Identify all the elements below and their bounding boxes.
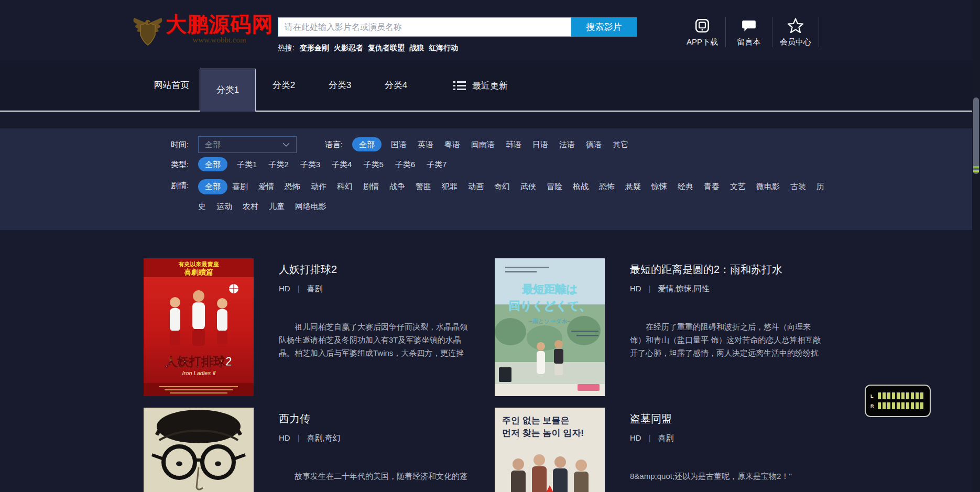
genre-option[interactable]: 网络电影 [295,202,326,211]
eagle-logo-icon [131,15,165,47]
nav-tab[interactable]: 分类2 [256,60,312,111]
left-channel-label: L [870,393,875,399]
movie-genres: 喜剧 [658,433,674,442]
genre-option[interactable]: 喜剧 [232,182,248,191]
movie-meta: HD|喜剧 [279,284,472,294]
hot-keyword-link[interactable]: 红海行动 [429,43,458,52]
genre-option[interactable]: 枪战 [573,182,589,191]
movie-genres: 喜剧 [307,284,323,293]
svg-text:最短距離は: 最短距離は [522,283,578,295]
movie-poster[interactable] [144,408,254,492]
genre-option[interactable]: 悬疑 [625,182,641,191]
genre-option[interactable]: 科幻 [337,182,353,191]
genre-option[interactable]: 青春 [704,182,720,191]
genre-option[interactable]: 儿童 [269,202,285,211]
type-option[interactable]: 子类1 [237,160,257,169]
movie-poster[interactable]: 有史以來最賣座 喜劇續篇 人妖打排球2 Iron Ladies Ⅱ [144,258,254,396]
hot-keyword-link[interactable]: 火影忍者 [334,43,363,52]
genre-option[interactable]: 经典 [678,182,693,191]
movie-title[interactable]: 人妖打排球2 [279,263,472,277]
hot-keyword-link[interactable]: 变形金刚 [300,43,329,52]
genre-option[interactable]: 战争 [389,182,405,191]
type-filter-label: 类型: [171,160,194,170]
scrollbar-thumb[interactable] [973,97,979,174]
quick-links: APP下载 留言本 会员中心 [679,17,819,47]
genre-option[interactable]: 警匪 [416,182,431,191]
search-input[interactable] [278,17,571,37]
movie-genres: 爱情,惊悚,同性 [658,284,710,293]
genre-option[interactable]: 冒险 [547,182,562,191]
svg-text:回りくどくて、: 回りくどくて、 [509,299,591,312]
site-logo[interactable]: 大鹏源码网 www.wobbt.com [131,13,273,47]
language-option[interactable]: 粤语 [444,140,460,149]
movie-quality: HD [630,284,641,293]
type-options: 全部子类1子类2子类3子类4子类5子类6子类7 [198,160,458,170]
language-option[interactable]: 德语 [586,140,602,149]
genre-option[interactable]: 文艺 [730,182,746,191]
language-option[interactable]: 其它 [613,140,628,149]
language-option[interactable]: 英语 [418,140,433,149]
movie-title[interactable]: 西力传 [279,412,472,426]
genre-option[interactable]: 恐怖 [285,182,300,191]
type-option[interactable]: 子类2 [268,160,288,169]
filter-row-time-language: 时间: 全部 语言: 全部国语英语粤语闽南语韩语日语法语德语其它 [171,136,980,153]
movie-meta: HD|喜剧 [630,433,823,443]
genre-option[interactable]: 犯罪 [442,182,458,191]
genre-option[interactable]: 动作 [311,182,326,191]
filter-panel: 时间: 全部 语言: 全部国语英语粤语闽南语韩语日语法语德语其它 类型: 全部子… [0,128,980,230]
movie-poster[interactable]: 주인 없는 보물은 먼저 찾는 놈이 임자! [495,408,605,492]
language-option[interactable]: 闽南语 [471,140,495,149]
scrollbar[interactable] [972,0,980,492]
message-board-link[interactable]: 留言本 [725,17,772,47]
nav-recent-updates[interactable]: 最近更新 [453,60,508,111]
genre-option[interactable]: 剧情 [363,182,379,191]
language-option[interactable]: 国语 [391,140,407,149]
movie-description: 8&amp;quot;还以为是古董呢，原来是宝物2！" [630,469,823,483]
movie-title[interactable]: 最短的距离是圆的2：雨和苏打水 [630,263,823,277]
nav-tab[interactable]: 分类3 [312,60,368,111]
movie-title[interactable]: 盗墓同盟 [630,412,823,426]
app-download-link[interactable]: APP下载 [679,17,725,47]
type-option[interactable]: 子类3 [300,160,320,169]
movie-meta: HD|爱情,惊悚,同性 [630,284,823,294]
hot-keyword-link[interactable]: 战狼 [409,43,424,52]
search-button[interactable]: 搜索影片 [571,17,637,37]
language-option[interactable]: 韩语 [506,140,521,149]
time-dropdown[interactable]: 全部 [198,136,297,153]
genre-option[interactable]: 运动 [216,202,232,211]
genre-option[interactable]: 农村 [243,202,258,211]
poster-art-zelig [144,408,254,492]
genre-option[interactable]: 恐怖 [599,182,615,191]
type-option[interactable]: 全部 [198,157,227,171]
movie-poster[interactable]: 最短距離は 回りくどくて、 −雨とソーダ水− [495,258,605,396]
genre-option[interactable]: 微电影 [756,182,780,191]
language-option[interactable]: 日语 [532,140,548,149]
genre-option[interactable]: 全部 [198,179,227,194]
svg-text:Iron Ladies Ⅱ: Iron Ladies Ⅱ [182,370,216,376]
movie-list: 有史以來最賣座 喜劇續篇 人妖打排球2 Iron Ladies Ⅱ 人妖打排球2 [144,258,823,492]
meta-divider: | [298,284,300,293]
genre-option[interactable]: 爱情 [258,182,274,191]
movie-quality: HD [630,433,641,442]
nav-tab[interactable]: 分类4 [368,60,424,111]
scrollbar-marker [973,166,979,168]
language-option[interactable]: 法语 [559,140,575,149]
genre-option[interactable]: 武侠 [520,182,536,191]
movie-card: 주인 없는 보물은 먼저 찾는 놈이 임자! 盗墓同盟 HD|喜剧 8&amp;… [495,408,823,492]
main-nav: 网站首页分类1分类2分类3分类4最近更新 [0,60,980,112]
type-option[interactable]: 子类5 [363,160,383,169]
member-center-link[interactable]: 会员中心 [772,17,819,47]
genre-option[interactable]: 惊悚 [651,182,667,191]
genre-option[interactable]: 动画 [468,182,484,191]
type-option[interactable]: 子类7 [427,160,447,169]
nav-tab[interactable]: 网站首页 [144,60,200,111]
hot-keyword-link[interactable]: 复仇者联盟 [368,43,405,52]
genre-filter-label: 剧情: [171,181,194,191]
type-option[interactable]: 子类6 [395,160,415,169]
language-option[interactable]: 全部 [352,137,382,151]
nav-tab[interactable]: 分类1 [200,69,256,112]
type-option[interactable]: 子类4 [332,160,352,169]
genre-option[interactable]: 奇幻 [494,182,510,191]
genre-option[interactable]: 古装 [790,182,806,191]
svg-text:喜劇續篇: 喜劇續篇 [184,268,213,276]
